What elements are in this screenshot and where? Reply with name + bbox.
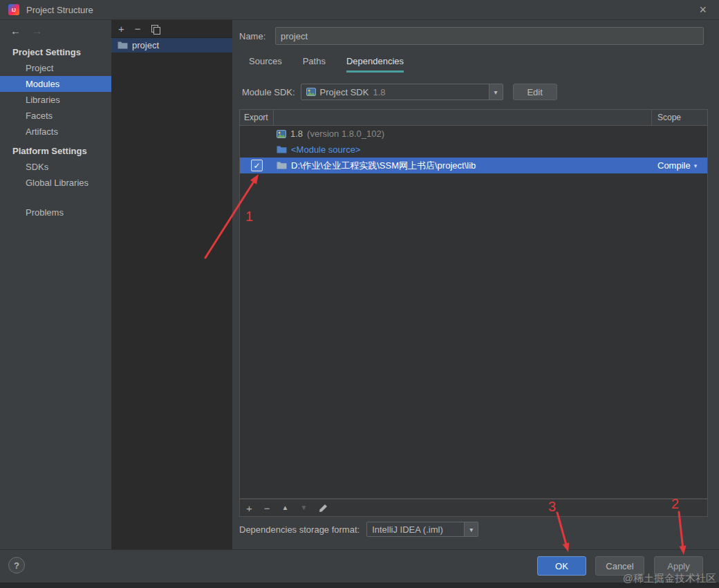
storage-format-value: IntelliJ IDEA (.iml) xyxy=(372,524,443,535)
remove-module-icon[interactable]: − xyxy=(135,23,141,34)
window-title: Project Structure xyxy=(26,5,93,15)
export-checkbox[interactable]: ✓ xyxy=(251,160,263,171)
module-sdk-combobox[interactable]: Project SDK 1.8 ▾ xyxy=(301,84,503,100)
module-folder-icon xyxy=(118,41,128,50)
forward-icon[interactable]: → xyxy=(32,25,42,37)
module-list-item[interactable]: project xyxy=(111,38,232,53)
scope-dropdown[interactable]: Compile ▾ xyxy=(652,160,707,171)
dependencies-table-body: 1.8 (version 1.8.0_102) <Module source> xyxy=(239,126,708,499)
project-structure-window: IJ Project Structure × ← → Project Setti… xyxy=(0,0,719,588)
sidebar-item-project[interactable]: Project xyxy=(0,60,111,76)
back-icon[interactable]: ← xyxy=(10,25,21,37)
add-module-icon[interactable]: + xyxy=(118,23,124,34)
storage-format-combobox[interactable]: IntelliJ IDEA (.iml) ▾ xyxy=(366,522,478,537)
folder-icon xyxy=(277,161,287,170)
module-sdk-label: Module SDK: xyxy=(242,87,295,97)
copy-module-icon[interactable] xyxy=(151,25,160,33)
sidebar-item-modules[interactable]: Modules xyxy=(0,76,111,92)
cancel-button[interactable]: Cancel xyxy=(595,556,644,576)
remove-dependency-icon[interactable]: − xyxy=(264,503,270,513)
sidebar-item-problems[interactable]: Problems xyxy=(0,205,111,220)
column-header-name xyxy=(274,110,652,125)
storage-dropdown-icon[interactable]: ▾ xyxy=(464,522,478,536)
intellij-logo-icon: IJ xyxy=(8,4,19,15)
folder-icon xyxy=(277,145,287,154)
move-up-icon[interactable]: ▲ xyxy=(282,504,289,511)
module-name: project xyxy=(132,40,159,50)
scope-dropdown-icon: ▾ xyxy=(694,162,698,169)
dialog-footer: ? OK Cancel Apply xyxy=(0,549,719,582)
dependencies-toolbar: + − ▲ ▼ xyxy=(239,499,708,517)
dependency-name: <Module source> xyxy=(291,144,360,155)
add-dependency-icon[interactable]: + xyxy=(246,503,252,513)
dependency-detail: (version 1.8.0_102) xyxy=(307,129,384,139)
modules-toolbar: + − xyxy=(111,20,232,38)
sdk-version: 1.8 xyxy=(373,87,385,97)
help-button[interactable]: ? xyxy=(8,557,25,573)
section-header-platform-settings: Platform Settings xyxy=(0,144,111,159)
dependency-row-module-source[interactable]: <Module source> xyxy=(240,142,707,158)
edit-pencil-icon[interactable] xyxy=(319,504,328,513)
title-bar: IJ Project Structure × xyxy=(0,0,719,20)
sidebar-item-facets[interactable]: Facets xyxy=(0,108,111,124)
ok-button[interactable]: OK xyxy=(537,556,586,576)
module-editor: Name: Sources Paths Dependencies Module … xyxy=(232,20,719,549)
sidebar-item-sdks[interactable]: SDKs xyxy=(0,159,111,175)
sdk-dropdown-icon[interactable]: ▾ xyxy=(489,84,503,99)
apply-button[interactable]: Apply xyxy=(654,556,703,576)
storage-format-label: Dependencies storage format: xyxy=(239,524,360,535)
dependency-name: D:\作业\企业工程实践\SSM网上书店\project\lib xyxy=(291,160,476,172)
sdk-icon xyxy=(306,88,316,96)
close-icon[interactable]: × xyxy=(699,3,711,17)
column-header-scope: Scope xyxy=(652,110,707,125)
column-header-export: Export xyxy=(240,110,274,125)
dependencies-table: Export Scope 1.8 (version 1.8.0_102) xyxy=(239,109,708,517)
dependencies-table-header: Export Scope xyxy=(239,109,708,126)
section-header-project-settings: Project Settings xyxy=(0,45,111,60)
sdk-value: Project SDK xyxy=(320,87,369,97)
sidebar-item-global-libraries[interactable]: Global Libraries xyxy=(0,175,111,191)
settings-sidebar: ← → Project Settings Project Modules Lib… xyxy=(0,20,111,549)
modules-list-panel: + − project xyxy=(111,20,232,549)
edit-sdk-button[interactable]: Edit xyxy=(513,84,557,100)
check-icon: ✓ xyxy=(253,161,260,171)
tab-dependencies[interactable]: Dependencies xyxy=(346,56,404,73)
history-toolbar: ← → xyxy=(0,20,111,41)
sidebar-item-artifacts[interactable]: Artifacts xyxy=(0,124,111,140)
tab-paths[interactable]: Paths xyxy=(303,56,326,73)
window-bottom-edge xyxy=(0,582,719,588)
editor-tabs: Sources Paths Dependencies xyxy=(249,56,404,73)
dependency-name: 1.8 xyxy=(290,129,303,139)
sidebar-item-libraries[interactable]: Libraries xyxy=(0,92,111,108)
tab-sources[interactable]: Sources xyxy=(249,56,282,73)
name-label: Name: xyxy=(239,31,270,41)
move-down-icon[interactable]: ▼ xyxy=(300,504,307,511)
dependency-row-library[interactable]: ✓ D:\作业\企业工程实践\SSM网上书店\project\lib Compi… xyxy=(240,158,707,173)
sdk-icon xyxy=(277,130,286,138)
module-name-input[interactable] xyxy=(275,27,704,45)
dependency-row-sdk[interactable]: 1.8 (version 1.8.0_102) xyxy=(240,126,707,142)
scope-value: Compile xyxy=(657,160,691,171)
